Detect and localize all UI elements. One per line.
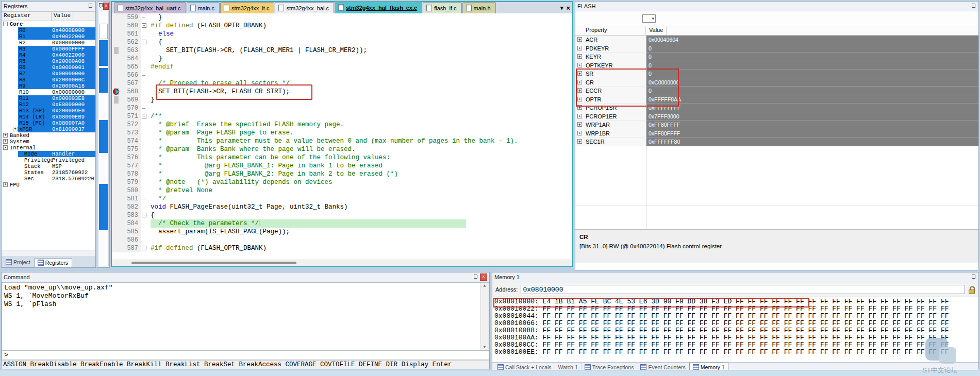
command-input[interactable]: > [2, 351, 489, 360]
memory-row[interactable]: 0x08010000: E4 1B B1 A5 FE BC 4E 53 E6 3… [494, 298, 978, 305]
breakpoint-gutter[interactable] [112, 38, 122, 46]
code-line[interactable]: 573 * @param Page FLASH page to erase. [112, 129, 572, 137]
fold-gutter[interactable] [141, 79, 147, 88]
code-line[interactable]: 583-{ [112, 211, 572, 219]
expand-icon[interactable]: + [577, 114, 582, 118]
expand-icon[interactable]: + [3, 182, 8, 187]
expand-icon[interactable]: + [577, 63, 582, 67]
code-line[interactable]: 560-#if defined (FLASH_OPTR_DBANK) [112, 22, 572, 30]
breakpoint-gutter[interactable] [112, 219, 122, 228]
code-line[interactable]: 570 [112, 104, 572, 112]
scroll-thumb[interactable] [99, 24, 108, 39]
flash-property-row[interactable]: +ECCR0 [575, 87, 978, 95]
expand-icon[interactable]: + [577, 131, 582, 135]
expand-icon[interactable]: + [3, 133, 8, 138]
fold-gutter[interactable] [141, 96, 147, 104]
collapse-icon[interactable]: - [3, 22, 8, 26]
flash-property-row[interactable]: +CR0xC0000000 [575, 78, 978, 87]
fold-collapse-icon[interactable]: - [142, 23, 146, 28]
flash-property-row[interactable]: +SEC1R0xFFFFFF80 [575, 138, 978, 146]
pin-icon[interactable] [473, 274, 478, 280]
fold-gutter[interactable] [141, 46, 147, 55]
expand-icon[interactable]: + [577, 71, 582, 76]
expand-icon[interactable]: + [577, 54, 582, 59]
register-row[interactable]: States23185760922 [2, 169, 95, 176]
scroll-down-icon[interactable]: ▼ [482, 345, 487, 350]
register-row[interactable]: ModeHandler [2, 151, 95, 157]
memory-hex-dump[interactable]: 0x08010000: E4 1B B1 A5 FE BC 4E 53 E6 3… [492, 297, 978, 362]
fold-gutter[interactable] [141, 170, 147, 178]
memory-row[interactable]: 0x080100EE: FF FF FF FF FF FF FF FF FF F… [494, 349, 978, 356]
code-line[interactable]: 561 else [112, 30, 572, 38]
lock-icon[interactable] [968, 286, 975, 294]
register-row[interactable]: +FPU [2, 182, 95, 188]
register-row[interactable]: +xPSR0x81000037 [2, 126, 95, 132]
register-row[interactable]: R30x0000FFFF [2, 46, 95, 52]
flash-property-row[interactable]: +WRP1AR0xFF80FFFF [575, 121, 978, 129]
code-line[interactable]: 576 * This parameter can be one of the f… [112, 153, 572, 162]
breakpoint-gutter[interactable] [112, 13, 122, 22]
tab-registers[interactable]: Registers [35, 258, 72, 267]
breakpoint-gutter[interactable] [112, 228, 122, 236]
memory-row[interactable]: 0x08010022: FF FF FF FF FF FF FF FF FF F… [494, 305, 978, 313]
code-line[interactable]: 571-/** [112, 112, 572, 121]
register-row[interactable]: R60x00000001 [2, 64, 95, 71]
code-line[interactable]: 559 } [112, 13, 572, 22]
code-line[interactable]: 577 * @arg FLASH_BANK_1: Page in bank 1 … [112, 162, 572, 170]
address-input[interactable] [521, 285, 965, 294]
breakpoint-gutter[interactable] [112, 186, 122, 195]
code-area[interactable]: 559 }560-#if defined (FLASH_OPTR_DBANK)5… [112, 13, 572, 260]
fold-gutter[interactable] [141, 88, 147, 96]
code-line[interactable]: 568 SET_BIT(FLASH->CR, FLASH_CR_STRT); [112, 88, 572, 96]
fold-gutter[interactable] [141, 145, 147, 153]
flash-property-row[interactable]: +WRP1BR0xFF80FFFF [575, 129, 978, 138]
fold-gutter[interactable] [141, 121, 147, 129]
memory-titlebar[interactable]: Memory 1 [492, 272, 978, 282]
file-tab[interactable]: flash_if.c [423, 2, 461, 13]
fold-gutter[interactable] [141, 63, 147, 71]
fold-gutter[interactable] [141, 137, 147, 145]
expand-icon[interactable]: + [577, 80, 582, 84]
tab-project[interactable]: Project [3, 258, 35, 267]
command-output[interactable]: Load "move_up\\move_up.axf"WS 1, `MoveMo… [2, 282, 489, 351]
breakpoint-gutter[interactable] [112, 121, 122, 129]
register-row[interactable]: -Internal [2, 145, 95, 151]
memory-row[interactable]: 0x080100AA: FF FF FF FF FF FF FF FF FF F… [494, 334, 978, 341]
file-tab[interactable]: stm32g4xx_it.c [220, 2, 274, 13]
command-titlebar[interactable]: Command × [2, 272, 489, 282]
breakpoint-gutter[interactable] [112, 55, 122, 63]
register-row[interactable]: R10x40022000 [2, 33, 95, 40]
code-line[interactable]: 565#endif [112, 63, 572, 71]
breakpoint-gutter[interactable] [112, 46, 122, 55]
fold-gutter[interactable] [141, 236, 147, 244]
code-line[interactable]: 579 * @note (*) availability depends on … [112, 178, 572, 186]
fold-gutter[interactable] [141, 186, 147, 195]
file-tab[interactable]: stm32g4xx_hal_uart.c [114, 2, 186, 13]
flash-titlebar[interactable]: FLASH [575, 2, 978, 11]
code-line[interactable]: 585 assert_param(IS_FLASH_PAGE(Page)); [112, 228, 572, 236]
breakpoint-gutter[interactable] [112, 71, 122, 79]
fold-gutter[interactable] [141, 178, 147, 186]
fold-gutter[interactable] [141, 30, 147, 38]
fold-gutter[interactable]: - [141, 244, 147, 252]
editor-hscrollbar[interactable] [112, 260, 572, 266]
register-row[interactable]: R80x2000000C [2, 77, 95, 83]
fold-collapse-icon[interactable]: - [142, 213, 146, 217]
breakpoint-gutter[interactable] [112, 244, 122, 252]
expand-icon[interactable]: + [577, 46, 582, 50]
breakpoint-gutter[interactable] [112, 129, 122, 137]
expand-icon[interactable]: + [577, 97, 582, 101]
breakpoint-gutter[interactable] [112, 178, 122, 186]
breakpoint-gutter[interactable] [112, 203, 122, 211]
hscrollbar-thumb[interactable] [131, 262, 296, 264]
breakpoint-gutter[interactable] [112, 153, 122, 162]
breakpoint-icon[interactable] [113, 89, 119, 95]
fold-gutter[interactable] [141, 55, 147, 63]
tab-overflow-icon[interactable]: ▾ [560, 5, 563, 11]
breakpoint-gutter[interactable] [112, 96, 122, 104]
flash-property-row[interactable]: +OPTKEYR0 [575, 61, 978, 70]
register-row[interactable]: R14 (LR)0x08000EB9 [2, 114, 95, 120]
code-line[interactable]: 586 [112, 236, 572, 244]
breakpoint-gutter[interactable] [112, 145, 122, 153]
register-row[interactable]: PrivilegePrivileged [2, 157, 95, 163]
